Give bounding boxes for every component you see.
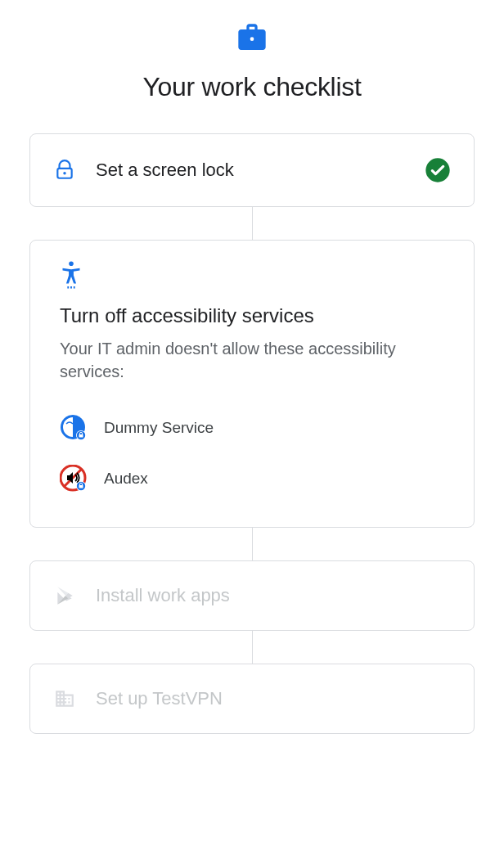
svg-rect-7 bbox=[74, 286, 75, 289]
svg-rect-6 bbox=[70, 286, 72, 289]
svg-rect-5 bbox=[67, 286, 69, 289]
briefcase-icon bbox=[234, 21, 270, 57]
accessibility-section-title: Turn off accessibility services bbox=[60, 304, 444, 327]
checklist-item-testvpn[interactable]: Set up TestVPN bbox=[29, 664, 475, 734]
checklist-item-label: Set a screen lock bbox=[96, 160, 405, 181]
dummy-service-icon bbox=[60, 414, 88, 442]
service-name: Audex bbox=[104, 470, 148, 488]
checklist-item-label: Set up TestVPN bbox=[96, 688, 451, 709]
svg-rect-15 bbox=[79, 485, 83, 488]
svg-point-4 bbox=[69, 261, 74, 266]
connector-line bbox=[252, 528, 253, 560]
main-container: Your work checklist Set a screen lock bbox=[0, 0, 504, 750]
lock-icon bbox=[53, 159, 76, 182]
domain-icon bbox=[53, 687, 76, 710]
svg-point-2 bbox=[63, 172, 65, 174]
service-row-audex: Audex bbox=[60, 453, 444, 504]
page-title: Your work checklist bbox=[142, 72, 361, 102]
connector-line bbox=[252, 631, 253, 664]
checklist-item-screen-lock[interactable]: Set a screen lock bbox=[29, 133, 475, 207]
service-row-dummy: Dummy Service bbox=[60, 403, 444, 453]
svg-rect-11 bbox=[79, 434, 83, 438]
audex-icon bbox=[60, 465, 88, 493]
checklist-item-install-apps[interactable]: Install work apps bbox=[29, 560, 475, 631]
checklist-item-label: Install work apps bbox=[96, 585, 451, 606]
svg-point-0 bbox=[250, 37, 254, 41]
accessibility-icon bbox=[60, 263, 83, 286]
play-store-icon bbox=[53, 584, 76, 607]
check-icon bbox=[425, 157, 451, 183]
accessibility-section-desc: Your IT admin doesn't allow these access… bbox=[60, 337, 444, 383]
connector-line bbox=[252, 207, 253, 240]
checklist-item-accessibility[interactable]: Turn off accessibility services Your IT … bbox=[29, 240, 475, 528]
service-name: Dummy Service bbox=[104, 419, 214, 437]
